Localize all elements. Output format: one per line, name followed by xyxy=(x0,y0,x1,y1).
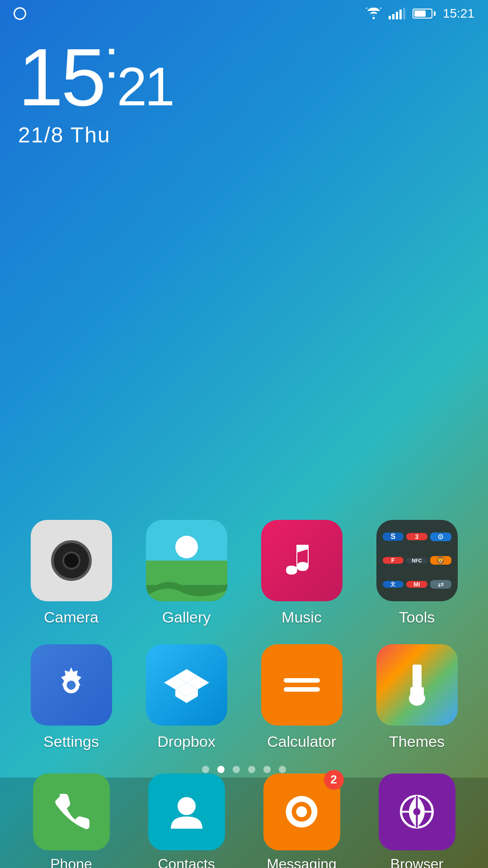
app-item-themes[interactable]: Themes xyxy=(370,644,465,750)
app-item-tools[interactable]: S 3 ⚙ F NFC 🦁 文 xyxy=(370,520,465,626)
app-item-dropbox[interactable]: Dropbox xyxy=(139,644,234,750)
clock-colon: : xyxy=(104,28,117,89)
page-dot-5[interactable] xyxy=(279,766,286,773)
phone-icon xyxy=(33,774,110,850)
page-dot-0[interactable] xyxy=(202,766,209,773)
gallery-label: Gallery xyxy=(162,609,211,626)
contacts-icon xyxy=(148,774,225,850)
messaging-svg xyxy=(280,790,323,833)
page-dot-3[interactable] xyxy=(248,766,255,773)
tools-folder-icon: S 3 ⚙ F NFC 🦁 文 xyxy=(376,520,458,601)
dropbox-label: Dropbox xyxy=(157,733,216,750)
status-bar: 15:21 xyxy=(0,0,488,27)
battery-icon xyxy=(413,9,436,19)
browser-icon xyxy=(379,774,455,850)
page-dots xyxy=(0,766,488,773)
app-item-music[interactable]: Music xyxy=(254,520,349,626)
status-left xyxy=(14,7,26,20)
app-row-1: Camera Gallery Music xyxy=(14,520,474,626)
messaging-icon: 2 xyxy=(263,774,340,850)
tool-mini-nfc: NFC xyxy=(406,558,427,563)
status-time: 15:21 xyxy=(443,6,474,21)
messaging-label: Messaging xyxy=(267,856,337,868)
calc-line-2 xyxy=(284,687,320,692)
status-right: 15:21 xyxy=(366,6,474,21)
dock-item-browser[interactable]: Browser xyxy=(370,774,465,868)
themes-label: Themes xyxy=(389,733,445,750)
app-item-camera[interactable]: Camera xyxy=(24,520,119,626)
svg-point-0 xyxy=(372,17,375,19)
tools-label: Tools xyxy=(399,609,435,626)
browser-label: Browser xyxy=(390,856,443,868)
contacts-label: Contacts xyxy=(158,856,215,868)
tool-mini-7: ⇄ xyxy=(430,580,451,589)
svg-rect-10 xyxy=(413,665,422,689)
clock-hour: 15 xyxy=(18,32,104,123)
gallery-sun xyxy=(175,536,198,558)
phone-label: Phone xyxy=(50,856,92,868)
app-item-settings[interactable]: Settings xyxy=(24,644,119,750)
svg-point-14 xyxy=(178,797,196,815)
dock-item-phone[interactable]: Phone xyxy=(24,774,119,868)
tool-mini-4: F xyxy=(383,557,404,564)
notification-dot xyxy=(14,7,26,20)
clock-minute: 21 xyxy=(117,56,173,117)
gear-svg xyxy=(50,664,93,707)
signal-bars xyxy=(389,8,405,19)
svg-point-17 xyxy=(296,807,307,817)
music-label: Music xyxy=(282,609,322,626)
calc-symbol xyxy=(284,678,320,692)
gallery-hills-svg xyxy=(146,565,227,601)
tool-mini-2: 3 xyxy=(406,533,427,540)
camera-lens xyxy=(51,540,92,581)
camera-lens-inner xyxy=(62,552,80,570)
browser-svg xyxy=(395,790,438,833)
clock-date: 21/8 Thu xyxy=(18,123,173,147)
camera-icon xyxy=(31,520,112,601)
calculator-label: Calculator xyxy=(267,733,336,750)
tool-mini-3: ⚙ xyxy=(430,533,451,541)
dropbox-svg xyxy=(164,662,209,708)
themes-icon xyxy=(376,644,458,726)
music-icon xyxy=(261,520,343,601)
app-item-gallery[interactable]: Gallery xyxy=(139,520,234,626)
messaging-badge: 2 xyxy=(324,770,344,790)
tool-mini-6: 文 xyxy=(383,581,404,588)
clock-time: 15:21 xyxy=(18,32,173,118)
tool-mini-5: 🦁 xyxy=(430,556,451,565)
camera-label: Camera xyxy=(44,609,99,626)
contacts-svg xyxy=(166,792,207,832)
themes-brush-svg xyxy=(394,662,440,708)
gallery-icon xyxy=(146,520,227,601)
app-grid: Camera Gallery Music xyxy=(0,520,488,769)
dock: Phone Contacts 2 Messaging xyxy=(0,778,488,868)
page-dot-2[interactable] xyxy=(233,766,240,773)
dock-item-messaging[interactable]: 2 Messaging xyxy=(254,774,349,868)
phone-svg xyxy=(51,792,92,832)
svg-point-13 xyxy=(412,695,422,704)
app-row-2: Settings Dropbox xyxy=(14,644,474,750)
page-dot-1[interactable] xyxy=(217,766,225,773)
page-dot-4[interactable] xyxy=(263,766,271,773)
clock-area: 15:21 21/8 Thu xyxy=(18,32,173,147)
calc-line-1 xyxy=(284,678,320,683)
tool-mini-1: S xyxy=(383,533,404,541)
music-note-svg xyxy=(282,540,322,581)
tool-mini-mi: Mi xyxy=(406,581,427,588)
dropbox-icon xyxy=(146,644,227,726)
svg-point-3 xyxy=(67,680,76,689)
dock-item-contacts[interactable]: Contacts xyxy=(139,774,234,868)
settings-icon xyxy=(31,644,112,726)
app-item-calculator[interactable]: Calculator xyxy=(254,644,349,750)
calculator-icon xyxy=(261,644,343,726)
svg-point-20 xyxy=(413,808,421,816)
settings-label: Settings xyxy=(43,733,99,750)
wifi-icon xyxy=(366,8,381,19)
